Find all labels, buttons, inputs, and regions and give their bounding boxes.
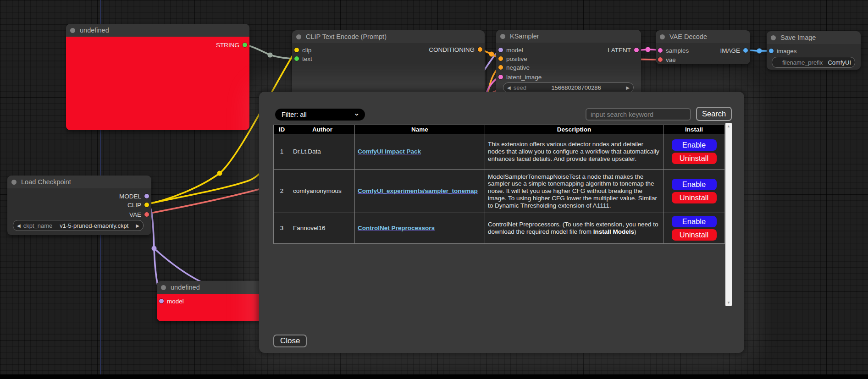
input-port-model[interactable]: model (498, 46, 523, 54)
cell-id: 3 (274, 213, 290, 244)
column-header-author: Author (290, 125, 355, 134)
next-arrow-icon[interactable]: ▶ (136, 223, 139, 228)
node-vae-decode[interactable]: VAE Decode samples vae IMAGE (656, 30, 750, 64)
node-save-image[interactable]: Save Image images filename_prefix ComfyU… (767, 31, 861, 70)
search-input[interactable] (586, 108, 691, 121)
wire-dot-purple[interactable] (152, 246, 157, 251)
port-dot[interactable] (478, 47, 482, 52)
output-port-conditioning[interactable]: CONDITIONING (429, 45, 482, 54)
port-dot[interactable] (658, 57, 663, 62)
seed-widget[interactable]: ◀ seed 156680208700286 ▶ (503, 82, 634, 93)
wire-dot-gray[interactable] (268, 53, 273, 58)
node-title: CLIP Text Encode (Prompt) (306, 33, 387, 40)
ckpt-name-widget[interactable]: ◀ ckpt_name v1-5-pruned-emaonly.ckpt ▶ (13, 220, 144, 231)
ckpt-name-value[interactable]: v1-5-pruned-emaonly.ckpt (60, 222, 128, 229)
output-port-model[interactable]: MODEL (119, 192, 149, 200)
node-body-error (66, 37, 249, 130)
port-dot[interactable] (498, 65, 503, 70)
prev-arrow-icon[interactable]: ◀ (17, 223, 21, 228)
cell-author: Fannovel16 (290, 213, 355, 244)
wire-dot-blue[interactable] (757, 49, 762, 54)
output-port-string[interactable]: STRING (216, 41, 247, 49)
node-status-dot (70, 28, 75, 33)
input-port-latent-image[interactable]: latent_image (498, 73, 542, 81)
cell-author: comfyanonymous (290, 170, 355, 213)
wire-dot-pink[interactable] (646, 47, 651, 52)
port-dot[interactable] (159, 299, 164, 303)
input-port-vae[interactable]: vae (658, 55, 676, 64)
filename-prefix-value[interactable]: ComfyUI (828, 59, 851, 66)
output-port-clip[interactable]: CLIP (127, 201, 149, 209)
input-port-negative[interactable]: negative (498, 63, 530, 71)
port-dot[interactable] (144, 203, 149, 207)
node-status-dot (500, 34, 505, 39)
extension-link[interactable]: ControlNet Preprocessors (358, 225, 435, 231)
node-title: KSampler (510, 33, 539, 40)
node-title: undefined (80, 27, 109, 34)
node-header[interactable]: CLIP Text Encode (Prompt) (292, 30, 485, 43)
input-port-images[interactable]: images (769, 47, 797, 55)
port-dot[interactable] (294, 56, 299, 61)
scroll-up-icon[interactable]: ▲ (725, 124, 732, 128)
table-row: 3 Fannovel16 ControlNet Preprocessors Co… (274, 213, 725, 244)
input-port-text[interactable]: text (294, 55, 312, 63)
wire-dot-yellow[interactable] (217, 171, 222, 176)
port-dot[interactable] (498, 56, 503, 61)
node-undefined-string[interactable]: undefined STRING (66, 24, 249, 130)
column-header-name: Name (355, 125, 485, 134)
port-dot[interactable] (658, 48, 663, 53)
node-status-dot (11, 180, 17, 185)
decrement-arrow-icon[interactable]: ◀ (507, 85, 511, 90)
uninstall-button[interactable]: Uninstall (672, 153, 717, 164)
uninstall-button[interactable]: Uninstall (672, 192, 717, 203)
node-header[interactable]: Save Image (767, 31, 861, 44)
node-header[interactable]: Load Checkpoint (7, 176, 151, 188)
port-dot[interactable] (743, 48, 748, 53)
input-port-model[interactable]: model (159, 297, 184, 305)
node-ksampler[interactable]: KSampler model positive negative latent_… (496, 30, 641, 99)
enable-button[interactable]: Enable (672, 216, 717, 227)
table-header-row: ID Author Name Description Install (274, 125, 725, 134)
close-button[interactable]: Close (273, 335, 307, 347)
node-title: undefined (171, 284, 200, 291)
output-port-vae[interactable]: VAE (129, 210, 149, 219)
seed-value[interactable]: 156680208700286 (551, 84, 601, 91)
wire-dot-orange[interactable] (489, 52, 494, 57)
column-header-install: Install (663, 125, 725, 134)
filename-prefix-widget[interactable]: filename_prefix ComfyUI (772, 57, 855, 68)
table-scrollbar[interactable]: ▲ ▼ (725, 123, 732, 306)
port-dot[interactable] (144, 194, 149, 198)
port-dot[interactable] (294, 48, 299, 52)
port-dot[interactable] (634, 48, 639, 52)
port-dot[interactable] (498, 75, 503, 79)
uninstall-button[interactable]: Uninstall (672, 229, 717, 241)
port-dot[interactable] (498, 48, 503, 52)
cell-id: 2 (274, 170, 290, 213)
node-header[interactable]: VAE Decode (656, 30, 750, 43)
port-dot[interactable] (144, 212, 149, 217)
extension-link[interactable]: ComfyUI Impact Pack (358, 148, 421, 155)
port-dot[interactable] (769, 49, 774, 53)
node-load-checkpoint[interactable]: Load Checkpoint MODEL CLIP VAE ◀ ckpt_na… (7, 176, 151, 235)
filter-select[interactable]: Filter: all ⌄ (275, 109, 365, 121)
scroll-down-icon[interactable]: ▼ (725, 301, 732, 305)
column-header-description: Description (485, 125, 663, 134)
output-port-image[interactable]: IMAGE (720, 46, 748, 55)
node-status-dot (660, 34, 665, 39)
node-header[interactable]: KSampler (496, 30, 641, 43)
port-dot[interactable] (243, 43, 247, 47)
canvas-bottom-edge (0, 374, 868, 379)
input-port-positive[interactable]: positive (498, 55, 527, 63)
increment-arrow-icon[interactable]: ▶ (626, 85, 630, 90)
node-title: VAE Decode (669, 33, 707, 40)
enable-button[interactable]: Enable (672, 179, 717, 190)
node-header[interactable]: undefined (66, 24, 249, 37)
input-port-samples[interactable]: samples (658, 46, 689, 55)
enable-button[interactable]: Enable (672, 139, 717, 151)
cell-description: ControlNet Preprocessors. (To use this e… (485, 213, 663, 244)
extension-link[interactable]: ComfyUI_experiments/sampler_tonemap (358, 187, 478, 194)
input-port-clip[interactable]: clip (294, 46, 311, 54)
extension-table: ID Author Name Description Install 1 Dr.… (273, 125, 724, 244)
output-port-latent[interactable]: LATENT (608, 46, 639, 54)
search-button[interactable]: Search (696, 107, 732, 121)
